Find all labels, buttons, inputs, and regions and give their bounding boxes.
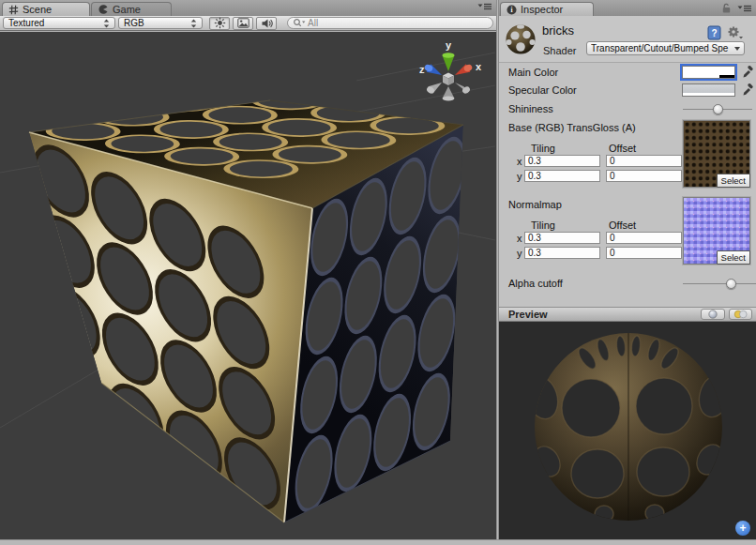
material-preview[interactable]: + xyxy=(499,322,756,539)
tab-scene-label: Scene xyxy=(23,4,52,15)
preview-lighting-button[interactable] xyxy=(729,309,752,320)
game-pacman-icon xyxy=(98,4,109,15)
scene-grid-icon xyxy=(8,5,19,15)
material-name: bricks xyxy=(542,23,574,38)
normalmap-thumbnail[interactable]: Select xyxy=(683,197,750,265)
eyedropper-icon[interactable] xyxy=(741,83,753,96)
eyedropper-icon[interactable] xyxy=(741,66,753,78)
specular-color-label: Specular Color xyxy=(508,84,577,96)
shader-label: Shader xyxy=(543,45,576,56)
inspector-panel: i Inspector xyxy=(499,0,756,539)
sun-icon xyxy=(214,17,226,29)
scene-toolbar: Textured RGB xyxy=(0,16,496,31)
tiling-label: Tiling xyxy=(531,220,555,231)
gizmo-x-label[interactable]: x xyxy=(476,61,482,72)
scene-orientation-gizmo[interactable]: y x z xyxy=(419,39,482,101)
shader-value: Transparent/Cutout/Bumped Spe xyxy=(591,43,732,53)
normalmap-label: Normalmap xyxy=(508,199,562,210)
search-icon xyxy=(293,18,306,28)
speaker-icon xyxy=(261,18,273,29)
base-texture-select-button[interactable]: Select xyxy=(717,174,750,188)
material-properties: Main Color Specular Color Shininess xyxy=(499,62,756,307)
tiling-label: Tiling xyxy=(531,143,555,154)
dropdown-arrow-icon xyxy=(734,47,740,51)
lighting-toggle-button[interactable] xyxy=(209,17,230,30)
base-texture-thumbnail[interactable]: Select xyxy=(683,120,750,188)
axis-y-label: y xyxy=(517,248,522,259)
sphere-icon xyxy=(708,310,718,319)
base-tiling-y-field[interactable] xyxy=(524,170,600,182)
gizmo-z-label[interactable]: z xyxy=(419,64,425,75)
base-offset-x-field[interactable] xyxy=(606,155,682,167)
skybox-toggle-button[interactable] xyxy=(233,17,253,30)
shader-dropdown[interactable]: Transparent/Cutout/Bumped Spe xyxy=(586,41,745,55)
svg-text:i: i xyxy=(510,6,512,14)
preview-sphere xyxy=(499,322,756,539)
color-mode-value: RGB xyxy=(124,18,190,28)
scene-pane-menu-icon[interactable] xyxy=(477,3,492,10)
main-color-label: Main Color xyxy=(508,67,558,78)
normalmap-select-button[interactable]: Select xyxy=(717,250,750,265)
inspector-pane-menu-icon[interactable] xyxy=(737,5,752,12)
main-color-swatch[interactable] xyxy=(682,66,735,79)
offset-label: Offset xyxy=(609,143,636,154)
audio-toggle-button[interactable] xyxy=(256,17,277,30)
preview-shape-button[interactable] xyxy=(701,309,725,320)
base-texture-label: Base (RGB) TransGloss (A) xyxy=(508,122,636,133)
draw-mode-dropdown[interactable]: Textured xyxy=(3,17,115,29)
tab-inspector-label: Inspector xyxy=(521,4,563,15)
color-mode-dropdown[interactable]: RGB xyxy=(118,17,203,29)
help-icon[interactable]: ? xyxy=(707,25,721,40)
normal-offset-y-field[interactable] xyxy=(606,247,682,259)
plus-icon: + xyxy=(739,523,746,533)
tab-game[interactable]: Game xyxy=(91,2,172,16)
material-header: bricks Shader Transparent/Cutout/Bumped … xyxy=(499,16,756,63)
tab-game-label: Game xyxy=(113,4,141,15)
scene-panel: Scene Game Textured xyxy=(0,0,496,539)
scene-3d-view: y x z xyxy=(0,32,495,539)
search-value: All xyxy=(308,18,318,28)
two-lights-icon xyxy=(733,310,748,319)
info-icon: i xyxy=(507,5,517,15)
base-offset-y-field[interactable] xyxy=(606,170,682,182)
alpha-cutoff-label: Alpha cutoff xyxy=(508,278,563,289)
updown-arrows-icon xyxy=(103,19,110,28)
preview-header[interactable]: Preview xyxy=(499,307,756,322)
tab-inspector[interactable]: i Inspector xyxy=(500,2,594,16)
alpha-cutoff-slider-thumb[interactable] xyxy=(726,279,736,289)
normal-tiling-y-field[interactable] xyxy=(524,247,600,259)
scene-search-field[interactable]: All xyxy=(287,17,493,29)
updown-arrows-icon xyxy=(190,19,197,28)
base-tiling-x-field[interactable] xyxy=(524,155,600,167)
normal-offset-x-field[interactable] xyxy=(606,232,682,244)
axis-y-label: y xyxy=(517,171,522,182)
scene-tabstrip: Scene Game xyxy=(0,0,496,17)
lock-icon[interactable] xyxy=(721,3,732,14)
shininess-slider[interactable] xyxy=(683,103,752,115)
scene-viewport[interactable]: y x z xyxy=(0,32,496,539)
preview-title: Preview xyxy=(508,309,548,320)
shininess-slider-thumb[interactable] xyxy=(713,104,723,114)
normal-tiling-x-field[interactable] xyxy=(524,232,600,244)
svg-text:?: ? xyxy=(711,28,717,38)
shininess-label: Shininess xyxy=(508,103,553,114)
window-status-strip xyxy=(0,539,756,545)
inspector-tabstrip: i Inspector xyxy=(499,0,756,17)
image-icon xyxy=(237,18,249,28)
offset-label: Offset xyxy=(609,220,636,231)
specular-color-swatch[interactable] xyxy=(682,83,735,97)
axis-x-label: x xyxy=(517,156,522,167)
add-button[interactable]: + xyxy=(735,521,750,536)
tab-scene[interactable]: Scene xyxy=(2,2,90,16)
draw-mode-value: Textured xyxy=(8,18,103,28)
material-ball-thumbnail xyxy=(505,23,537,55)
scene-cube[interactable] xyxy=(29,76,467,522)
alpha-cutoff-slider[interactable] xyxy=(683,278,756,290)
unity-editor-window: Scene Game Textured xyxy=(0,0,756,545)
gizmo-y-label[interactable]: y xyxy=(446,39,452,51)
gear-icon[interactable] xyxy=(727,25,743,40)
axis-x-label: x xyxy=(517,233,522,244)
